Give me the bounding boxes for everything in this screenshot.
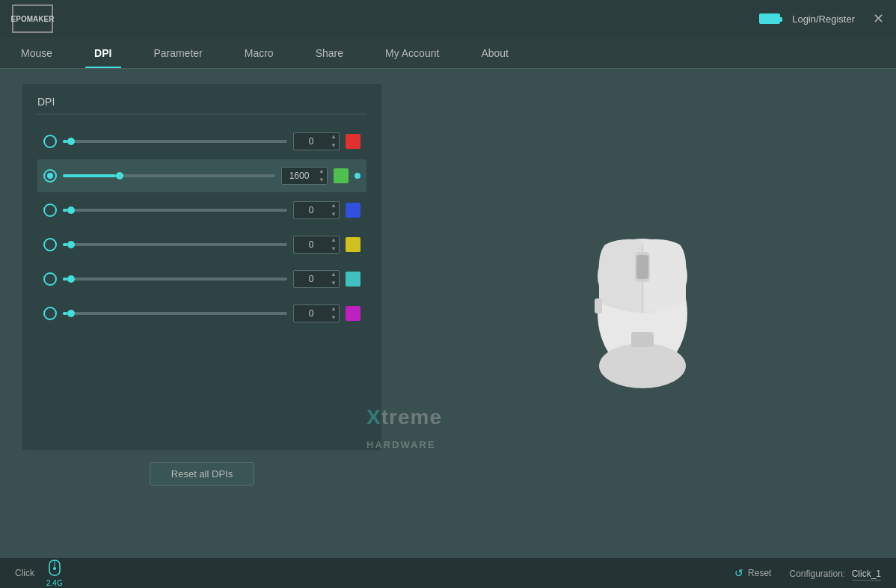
dpi-value-1: 0 (294, 136, 328, 147)
dpi-color-3[interactable] (346, 203, 360, 218)
svg-rect-7 (631, 332, 654, 347)
config-value: Click_1 (852, 569, 881, 581)
dpi-spin-up-5[interactable]: ▲ (328, 270, 339, 279)
dpi-value-3: 0 (294, 205, 328, 215)
dpi-color-4[interactable] (346, 237, 360, 252)
dpi-spin-up-4[interactable]: ▲ (328, 236, 339, 245)
dpi-radio-5[interactable] (43, 272, 57, 286)
dpi-color-6[interactable] (346, 306, 360, 321)
reset-all-dpis-button[interactable]: Reset all DPIs (150, 462, 254, 486)
dpi-radio-1[interactable] (43, 135, 57, 148)
dpi-row-4: 0 ▲ ▼ (37, 228, 366, 261)
dpi-radio-6[interactable] (43, 307, 57, 320)
dpi-slider-3[interactable] (63, 209, 287, 212)
dpi-spinners-3: ▲ ▼ (328, 201, 339, 219)
dpi-value-box-4: 0 ▲ ▼ (293, 236, 340, 254)
dpi-spinners-2: ▲ ▼ (316, 167, 327, 185)
dpi-slider-1[interactable] (63, 140, 287, 143)
dpi-slider-6[interactable] (63, 312, 287, 315)
bottom-reset-button[interactable]: ↺ Reset (734, 567, 771, 579)
svg-point-10 (53, 567, 56, 570)
nav-bar: Mouse DPI Parameter Macro Share My Accou… (0, 37, 896, 69)
dpi-row-5: 0 ▲ ▼ (37, 263, 366, 295)
dpi-value-box-6: 0 ▲ ▼ (293, 304, 340, 322)
nav-item-macro[interactable]: Macro (224, 37, 295, 68)
dpi-spin-down-1[interactable]: ▼ (328, 141, 339, 150)
dpi-spinners-5: ▲ ▼ (328, 270, 339, 288)
dpi-value-4: 0 (294, 239, 328, 250)
nav-item-parameter[interactable]: Parameter (132, 37, 223, 68)
battery-icon (759, 13, 780, 24)
mouse-image (583, 216, 702, 396)
dpi-color-1[interactable] (346, 134, 360, 149)
dpi-spin-down-6[interactable]: ▼ (328, 313, 339, 322)
dpi-value-box-5: 0 ▲ ▼ (293, 270, 340, 288)
bottom-mouse-icon: 2.4G (46, 560, 63, 587)
dpi-spinners-1: ▲ ▼ (328, 132, 339, 150)
app-logo: EPO MAKER (12, 4, 53, 33)
svg-point-6 (599, 343, 686, 388)
config-display: Configuration: Click_1 (789, 566, 881, 580)
dpi-spin-up-1[interactable]: ▲ (328, 132, 339, 141)
bottom-click-label: Click (15, 568, 34, 578)
dpi-panel-wrap: DPI 0 ▲ ▼ (22, 84, 381, 543)
dpi-spinners-6: ▲ ▼ (328, 304, 339, 322)
dpi-value-box-3: 0 ▲ ▼ (293, 201, 340, 219)
dpi-slider-4[interactable] (63, 243, 287, 246)
dpi-value-5: 0 (294, 274, 328, 284)
reset-icon: ↺ (734, 567, 743, 579)
title-bar: EPO MAKER Login/Register ✕ (0, 0, 896, 37)
dpi-spin-up-3[interactable]: ▲ (328, 201, 339, 210)
active-dpi-dot (355, 173, 360, 179)
dpi-slider-5[interactable] (63, 278, 287, 281)
dpi-spin-down-4[interactable]: ▼ (328, 245, 339, 254)
bottom-connection-label: 2.4G (46, 579, 63, 587)
nav-item-about[interactable]: About (460, 37, 530, 68)
title-bar-right: Login/Register ✕ (759, 10, 884, 27)
dpi-color-2[interactable] (334, 168, 349, 183)
nav-item-dpi[interactable]: DPI (73, 37, 132, 68)
dpi-panel: DPI 0 ▲ ▼ (22, 84, 381, 450)
dpi-value-2: 1600 (282, 171, 316, 181)
bottom-mouse-svg (47, 560, 62, 579)
dpi-row-6: 0 ▲ ▼ (37, 297, 366, 330)
dpi-spin-down-2[interactable]: ▼ (316, 176, 327, 185)
dpi-value-box-1: 0 ▲ ▼ (293, 132, 340, 150)
main-content: DPI 0 ▲ ▼ (0, 69, 896, 558)
dpi-radio-2[interactable] (43, 169, 57, 183)
dpi-row-3: 0 ▲ ▼ (37, 194, 366, 227)
close-button[interactable]: ✕ (873, 10, 884, 27)
mouse-area: Xtreme HARDWARE (411, 84, 874, 543)
dpi-color-5[interactable] (346, 272, 360, 287)
svg-rect-4 (636, 255, 648, 279)
dpi-spin-down-3[interactable]: ▼ (328, 210, 339, 219)
nav-item-myaccount[interactable]: My Account (364, 37, 460, 68)
config-label: Configuration: (789, 569, 845, 579)
dpi-row-1: 0 ▲ ▼ (37, 125, 366, 158)
svg-rect-5 (595, 298, 602, 313)
login-button[interactable]: Login/Register (792, 13, 855, 25)
dpi-spin-down-5[interactable]: ▼ (328, 279, 339, 288)
dpi-row-2: 1600 ▲ ▼ (37, 159, 366, 192)
reset-btn-wrap: Reset all DPIs (22, 462, 381, 486)
dpi-panel-title: DPI (37, 96, 366, 114)
dpi-spin-up-2[interactable]: ▲ (316, 167, 327, 176)
dpi-value-box-2: 1600 ▲ ▼ (281, 167, 328, 185)
dpi-radio-4[interactable] (43, 238, 57, 251)
dpi-slider-2[interactable] (63, 174, 275, 177)
bottom-right: ↺ Reset Configuration: Click_1 (734, 566, 881, 580)
bottom-bar: Click 2.4G ↺ Reset Configuration: Click_… (0, 558, 896, 588)
dpi-spin-up-6[interactable]: ▲ (328, 304, 339, 313)
nav-item-mouse[interactable]: Mouse (0, 37, 73, 68)
dpi-value-6: 0 (294, 308, 328, 319)
dpi-radio-3[interactable] (43, 203, 57, 217)
dpi-spinners-4: ▲ ▼ (328, 236, 339, 254)
nav-item-share[interactable]: Share (295, 37, 364, 68)
